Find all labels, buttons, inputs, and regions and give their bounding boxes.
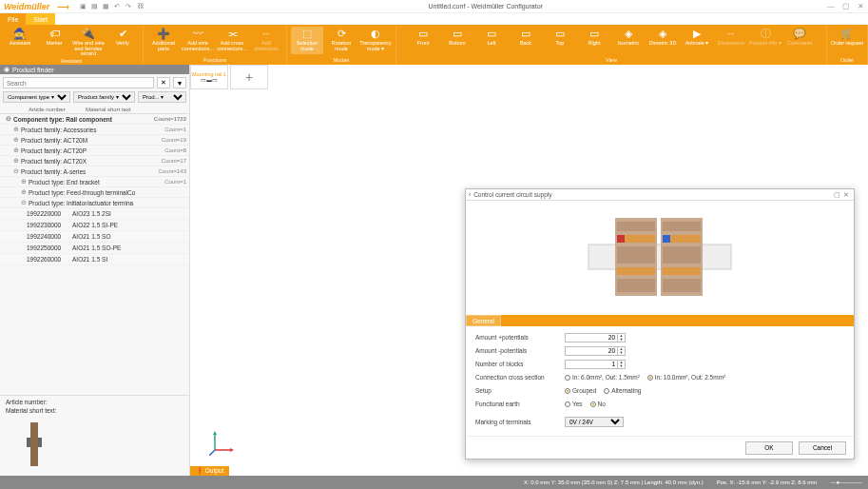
rib-view-front[interactable]: ▭Front [407, 27, 439, 54]
radio-setup-alt[interactable]: Alternating [604, 387, 641, 394]
radio-setup-grouped[interactable]: Grouped [565, 387, 596, 394]
svg-rect-1 [27, 438, 30, 447]
rib-view-comments[interactable]: 💬Comments [783, 27, 816, 54]
filter-product[interactable]: Prod... ▾ [138, 91, 186, 103]
qat-open-icon[interactable]: ▤ [90, 3, 98, 10]
svg-rect-0 [30, 422, 38, 466]
rib-view-dimensions[interactable]: ↔Dimensions [715, 27, 747, 54]
radio-fe-no[interactable]: No [590, 401, 606, 407]
search-filter-button[interactable]: ▼ [173, 77, 186, 88]
product-item[interactable]: 1992220000AIO23 1.5 2SI [0, 208, 189, 220]
detail-shorttext: Material short text: [6, 407, 183, 414]
status-zoom-slider[interactable]: —●———— [830, 479, 862, 485]
expand-icon[interactable]: ⊕ [21, 178, 29, 186]
expand-icon[interactable]: ⊕ [13, 147, 21, 154]
rib-additional-parts[interactable]: ➕Additional parts [147, 27, 180, 54]
tree-node[interactable]: ⊕Product family: AccessoriesCount=1 [0, 125, 189, 135]
spinner[interactable]: ▲▼ [618, 346, 626, 356]
close-icon[interactable]: ✕ [858, 2, 864, 10]
tree-node[interactable]: ⊕Product family: ACT20PCount=8 [0, 146, 189, 156]
spinner[interactable]: ▲▼ [618, 333, 626, 342]
tree-node[interactable]: ⊖Product type: Initiator/actuator termin… [0, 198, 189, 208]
product-item[interactable]: 1992240000AIO21 1.5 SO [0, 231, 189, 243]
rib-transparency-mode[interactable]: ◐Transparency mode ▾ [359, 27, 392, 54]
product-item[interactable]: 1992260000AIO21 1.5 SI [0, 254, 189, 265]
input-amount-pos[interactable] [565, 333, 618, 342]
tree-node[interactable]: ⊕Product type: End bracketCount=1 [0, 177, 189, 187]
radio-conn-10[interactable]: In: 10.0mm², Out: 2.5mm² [647, 374, 725, 381]
qat-new-icon[interactable]: ▣ [79, 3, 87, 10]
expand-icon[interactable]: ⊕ [13, 126, 21, 133]
rib-view-right[interactable]: ▭Right [578, 27, 610, 54]
filter-product-family[interactable]: Product family ▾ [73, 91, 135, 103]
ribbon-group-functions: ➕Additional parts 〰Add wire connections.… [144, 25, 287, 65]
tree-node[interactable]: ⊕Product type: Feed-through terminalCo [0, 187, 189, 198]
rib-view-animate[interactable]: ▶Animate ▾ [681, 27, 713, 54]
expand-icon[interactable]: ⊖ [21, 199, 29, 206]
tree-node[interactable]: ⊕Product family: ACT20MCount=19 [0, 135, 189, 146]
rib-rotation-mode[interactable]: ⟳Rotation mode [325, 27, 357, 54]
tree-node[interactable]: ⊖Product family: A-seriesCount=143 [0, 166, 189, 177]
expand-icon[interactable]: ⊕ [13, 136, 21, 144]
search-input[interactable] [3, 77, 154, 88]
select-marking[interactable]: 0V / 24V [565, 417, 624, 427]
tab-start[interactable]: Start [26, 13, 55, 25]
title-bar: Weidmüller ⟶ ▣ ▤ ▦ ↶ ↷ ⛓ Untitled.conf -… [0, 0, 868, 13]
qat-redo-icon[interactable]: ↷ [125, 3, 132, 10]
pin-icon[interactable]: ◉ [4, 66, 10, 73]
dialog-back-icon[interactable]: ‹ [469, 191, 471, 198]
label-marking: Marking of terminals [475, 419, 565, 425]
rib-view-dimetric[interactable]: ◈Dimetric 3D [646, 27, 679, 54]
expand-icon[interactable]: ⊖ [13, 167, 21, 175]
rib-view-back[interactable]: ▭Back [510, 27, 542, 54]
minimize-icon[interactable]: — [827, 2, 835, 10]
dialog-restore-icon[interactable]: ▢ [832, 191, 841, 199]
cancel-button[interactable]: Cancel [799, 441, 846, 455]
tab-file[interactable]: File [0, 13, 26, 25]
product-tree[interactable]: ⊖Component type: Rail componentCount=172… [0, 114, 189, 395]
rib-order-request[interactable]: 🛒Order request [831, 27, 863, 54]
search-clear-button[interactable]: ✕ [157, 77, 170, 88]
rib-assistant[interactable]: 🧙Assistant [4, 27, 36, 57]
rib-marker[interactable]: 🏷Marker [38, 27, 70, 57]
rib-view-bottom[interactable]: ▭Bottom [441, 27, 473, 54]
rib-view-top[interactable]: ▭Top [544, 27, 576, 54]
rib-add-dimension[interactable]: ↔Add dimension [250, 27, 282, 54]
rib-add-wire[interactable]: 〰Add wire connections... [182, 27, 214, 54]
qat-undo-icon[interactable]: ↶ [113, 3, 121, 10]
sidebar-columns: Article number Material short text [0, 106, 189, 114]
radio-fe-yes[interactable]: Yes [565, 401, 583, 407]
status-bar: X: 0.0 mm Y: 35.0 mm (35.0 mm 0) Z: 7.5 … [0, 476, 868, 489]
dialog-tab-general[interactable]: General [466, 315, 501, 326]
input-amount-neg[interactable] [565, 346, 618, 356]
dialog-tabs: General [466, 315, 854, 326]
qat-link-icon[interactable]: ⛓ [136, 3, 144, 10]
ribbon-group-assistant: 🧙Assistant 🏷Marker 🔌Wire and wire end fe… [0, 25, 144, 65]
input-num-blocks[interactable] [565, 360, 618, 369]
ribbon: 🧙Assistant 🏷Marker 🔌Wire and wire end fe… [0, 25, 868, 65]
tree-node[interactable]: ⊕Product family: ACT20XCount=17 [0, 156, 189, 166]
dialog-close-icon[interactable]: ✕ [841, 191, 851, 199]
filter-component-type[interactable]: Component type ▾ [3, 91, 70, 103]
canvas-area[interactable]: Mounting rail 1 ▭▬▭ + ❗ Output ‹ Control… [190, 65, 868, 476]
dialog-preview [466, 201, 854, 315]
ok-button[interactable]: OK [745, 441, 793, 455]
qat-save-icon[interactable]: ▦ [102, 3, 109, 10]
rib-add-cross[interactable]: ⫘Add cross connectors... [216, 27, 248, 54]
rib-verify[interactable]: ✔Verify [106, 27, 139, 57]
radio-conn-6[interactable]: In: 6.0mm², Out: 1.5mm² [565, 374, 640, 381]
rib-selection-mode[interactable]: ⬚Selection mode [291, 27, 323, 54]
expand-icon[interactable]: ⊕ [13, 157, 21, 165]
tree-node[interactable]: ⊖Component type: Rail componentCount=172… [0, 114, 189, 125]
product-item[interactable]: 1992250000AIO21 1.5 SO-PE [0, 243, 189, 254]
rib-view-product-info[interactable]: ⓘProduct info ▾ [749, 27, 781, 54]
product-item[interactable]: 1992230000AIO22 1.5 SI-PE [0, 220, 189, 231]
rib-view-isometric[interactable]: ◈Isometric [612, 27, 645, 54]
rib-wire-wizard[interactable]: 🔌Wire and wire end ferrules wizard [72, 27, 105, 57]
spinner[interactable]: ▲▼ [618, 360, 626, 369]
expand-icon[interactable]: ⊖ [6, 115, 13, 123]
rib-view-left[interactable]: ▭Left [475, 27, 508, 54]
expand-icon[interactable]: ⊕ [21, 188, 29, 196]
svg-rect-2 [38, 438, 42, 447]
maximize-icon[interactable]: ▢ [842, 2, 850, 10]
